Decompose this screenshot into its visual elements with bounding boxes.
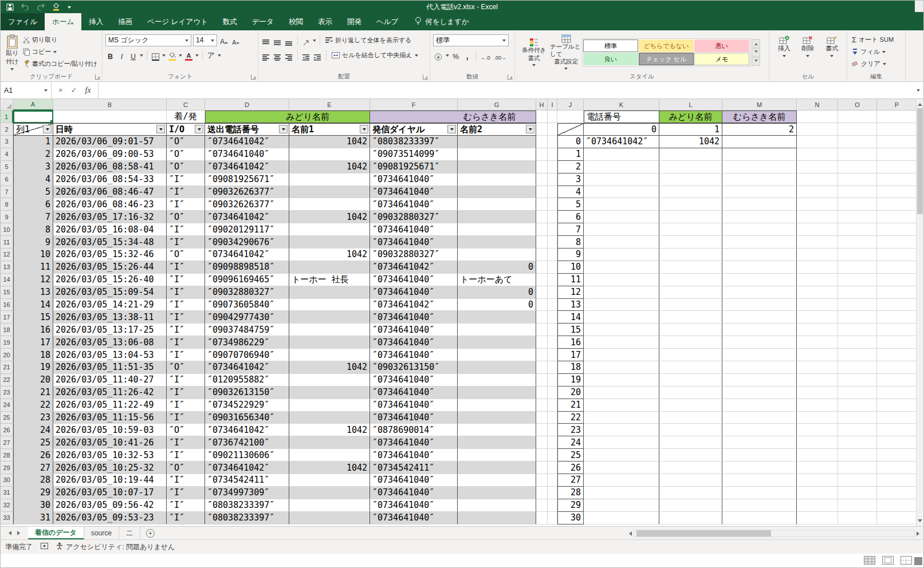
cell-O29[interactable]: [838, 462, 877, 474]
cell-M15[interactable]: [722, 286, 797, 299]
cell-K22[interactable]: [584, 374, 659, 386]
cell-I5[interactable]: [548, 161, 557, 173]
cell-E6[interactable]: [289, 173, 370, 186]
cell-L11[interactable]: [659, 236, 722, 249]
cell-N3[interactable]: [797, 136, 838, 148]
enter-icon[interactable]: ✓: [71, 86, 77, 94]
cell-J15[interactable]: 12: [557, 286, 584, 299]
cell-M31[interactable]: [722, 487, 797, 499]
cell-C2[interactable]: I/O: [167, 123, 205, 136]
cell-A17[interactable]: 15: [13, 311, 53, 324]
cell-I16[interactable]: [548, 299, 557, 311]
cell-I7[interactable]: [548, 186, 557, 199]
new-sheet-button[interactable]: +: [146, 529, 155, 538]
cell-H22[interactable]: [536, 374, 548, 386]
accessibility-icon[interactable]: [56, 542, 63, 551]
cell-J3[interactable]: 0: [557, 136, 584, 148]
cell-E22[interactable]: [289, 374, 370, 386]
cell-H28[interactable]: [536, 449, 548, 462]
cell-P5[interactable]: [877, 161, 917, 173]
cell-I6[interactable]: [548, 173, 557, 186]
cell-N19[interactable]: [797, 336, 838, 349]
sheet-next-icon[interactable]: [17, 531, 22, 535]
font-name-select[interactable]: MS ゴシック: [105, 34, 191, 46]
cell-G28[interactable]: [458, 449, 536, 462]
cell-J24[interactable]: 21: [557, 399, 584, 412]
filter-button[interactable]: [447, 125, 456, 133]
row-header-32[interactable]: 32: [1, 499, 13, 512]
cell-G32[interactable]: [458, 499, 536, 512]
cell-J16[interactable]: 13: [557, 299, 584, 311]
cell-I18[interactable]: [548, 324, 557, 336]
cell-K7[interactable]: [584, 186, 659, 199]
cell-F20[interactable]: ″0734641040″: [370, 349, 458, 361]
column-header-P[interactable]: P: [877, 99, 917, 111]
cell-I31[interactable]: [548, 487, 557, 499]
cell-I1[interactable]: [548, 111, 557, 123]
cell-J19[interactable]: 16: [557, 336, 584, 349]
cell-D27[interactable]: ″0736742100″: [205, 436, 289, 449]
cell-L30[interactable]: [659, 474, 722, 487]
cell-I26[interactable]: [548, 424, 557, 436]
cell-K30[interactable]: [584, 474, 659, 487]
cell-B15[interactable]: 2026/03/05_15:09-54: [53, 286, 167, 299]
cell-C4[interactable]: ″O″: [167, 148, 205, 161]
cell-K32[interactable]: [584, 499, 659, 512]
bold-button[interactable]: B: [105, 49, 115, 61]
cell-F29[interactable]: ″0734542411″: [370, 462, 458, 474]
view-page-break-icon[interactable]: [901, 556, 912, 567]
cell-J20[interactable]: 17: [557, 349, 584, 361]
cell-D23[interactable]: ″09032613150″: [205, 386, 289, 399]
cell-J22[interactable]: 19: [557, 374, 584, 386]
cell-M13[interactable]: [722, 261, 797, 274]
font-size-select[interactable]: 14: [193, 34, 217, 46]
row-header-19[interactable]: 19: [1, 336, 13, 349]
cell-B14[interactable]: 2026/03/05_15:26-40: [53, 274, 167, 286]
cell-D5[interactable]: ″0734641042″: [205, 161, 289, 173]
clipboard-dialog-launcher-icon[interactable]: [95, 74, 100, 80]
cell-E11[interactable]: [289, 236, 370, 249]
row-header-8[interactable]: 8: [1, 198, 13, 211]
ribbon-tab-7[interactable]: 校閲: [281, 13, 310, 30]
cell-E9[interactable]: 1042: [289, 211, 370, 223]
row-header-17[interactable]: 17: [1, 311, 13, 324]
cell-K19[interactable]: [584, 336, 659, 349]
cell-F5[interactable]: ″09081925671″: [370, 161, 458, 173]
cell-B12[interactable]: 2026/03/05_15:32-46: [53, 249, 167, 261]
cell-B1[interactable]: [53, 111, 167, 123]
cell-M8[interactable]: [722, 198, 797, 211]
cell-G21[interactable]: [458, 361, 536, 374]
cell-A8[interactable]: 6: [13, 198, 53, 211]
cell-E28[interactable]: [289, 449, 370, 462]
decrease-font-button[interactable]: A: [231, 34, 241, 46]
cell-K15[interactable]: [584, 286, 659, 299]
row-header-23[interactable]: 23: [1, 386, 13, 399]
name-box[interactable]: A1: [1, 82, 51, 98]
cell-B16[interactable]: 2026/03/05_14:21-29: [53, 299, 167, 311]
cell-J8[interactable]: 5: [557, 198, 584, 211]
cell-K9[interactable]: [584, 211, 659, 223]
cell-P30[interactable]: [877, 474, 917, 487]
cell-F16[interactable]: ″0734641042″: [370, 299, 458, 311]
row-header-15[interactable]: 15: [1, 286, 13, 299]
cell-J5[interactable]: 2: [557, 161, 584, 173]
cell-J23[interactable]: 20: [557, 386, 584, 399]
cell-D8[interactable]: ″09032626377″: [205, 198, 289, 211]
conditional-formatting-button[interactable]: 条件付き 書式: [518, 37, 550, 68]
cell-K21[interactable]: [584, 361, 659, 374]
cell-A21[interactable]: 19: [13, 361, 53, 374]
cell-J25[interactable]: 22: [557, 412, 584, 424]
cell-E14[interactable]: トーホー 社長: [289, 274, 370, 286]
cell-N6[interactable]: [797, 173, 838, 186]
cell-I25[interactable]: [548, 412, 557, 424]
font-color-button[interactable]: A: [184, 49, 194, 61]
cell-B17[interactable]: 2026/03/05_13:38-11: [53, 311, 167, 324]
cell-H29[interactable]: [536, 462, 548, 474]
row-header-7[interactable]: 7: [1, 186, 13, 199]
cell-P14[interactable]: [877, 274, 917, 286]
cell-O8[interactable]: [838, 198, 877, 211]
cell-K11[interactable]: [584, 236, 659, 249]
cell-O22[interactable]: [838, 374, 877, 386]
underline-button[interactable]: U: [128, 49, 138, 61]
cell-E3[interactable]: 1042: [289, 136, 370, 148]
